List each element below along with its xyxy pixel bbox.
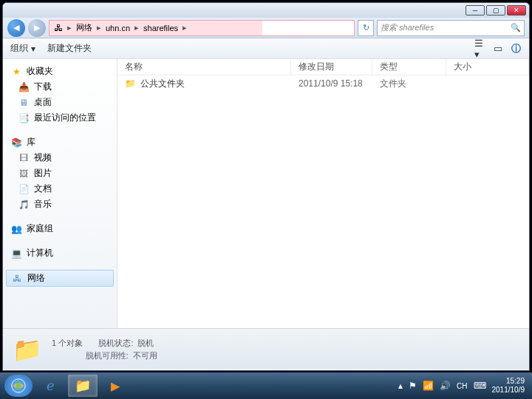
new-folder-button[interactable]: 新建文件夹 <box>47 42 92 55</box>
close-button[interactable]: ✕ <box>507 5 526 16</box>
column-headers: 名称 修改日期 类型 大小 <box>117 59 529 75</box>
breadcrumb-arrow[interactable]: ▸ <box>180 23 190 33</box>
address-bar[interactable]: 🖧 ▸ 网络 ▸ uhn.cn ▸ sharefiles ▸ <box>49 20 355 36</box>
media-icon: ▶ <box>111 379 120 393</box>
sidebar-favorites[interactable]: ★收藏夹 <box>3 64 117 79</box>
breadcrumb-seg-folder[interactable]: sharefiles <box>142 24 180 33</box>
maximize-button[interactable]: ▢ <box>486 5 505 16</box>
file-rows[interactable]: 📁公共文件夹 2011/10/9 15:18 文件夹 <box>117 75 529 328</box>
header-date[interactable]: 修改日期 <box>291 59 372 75</box>
search-input[interactable]: 搜索 sharefiles 🔍 <box>377 20 525 36</box>
view-options-button[interactable]: ☰ ▾ <box>474 43 486 55</box>
tray-ime[interactable]: CH <box>457 382 467 390</box>
tray-time: 15:29 <box>492 377 525 386</box>
organize-button[interactable]: 组织 ▾ <box>10 42 35 55</box>
document-icon: 📄 <box>18 183 30 195</box>
search-placeholder: 搜索 sharefiles <box>381 22 434 33</box>
status-count: 1 个对象 <box>52 338 83 349</box>
preview-pane-button[interactable]: ▭ <box>492 43 504 55</box>
explorer-icon: 📁 <box>75 378 91 394</box>
sidebar-label: 计算机 <box>27 247 53 259</box>
breadcrumb-seg-host[interactable]: uhn.cn <box>104 24 132 33</box>
tray-volume-icon[interactable]: 🔊 <box>440 381 451 391</box>
download-icon: 📥 <box>18 81 30 93</box>
sidebar-desktop[interactable]: 🖥桌面 <box>3 95 117 110</box>
folder-icon: 📁 <box>125 78 136 89</box>
toolbar-right: ☰ ▾ ▭ ⓘ <box>474 43 522 55</box>
titlebar[interactable]: ─ ▢ ✕ <box>3 3 529 18</box>
sidebar-downloads[interactable]: 📥下载 <box>3 79 117 95</box>
sidebar-label: 家庭组 <box>27 222 53 235</box>
breadcrumb-arrow[interactable]: ▸ <box>132 23 142 33</box>
file-type: 文件夹 <box>372 78 446 90</box>
minimize-button[interactable]: ─ <box>466 5 485 16</box>
tray-network-icon[interactable]: 📶 <box>423 381 434 391</box>
sidebar-label: 音乐 <box>34 198 52 211</box>
status-offline-avail-label: 脱机可用性: <box>86 350 129 361</box>
tray-keyboard-icon[interactable]: ⌨ <box>474 381 486 391</box>
start-button[interactable] <box>4 375 33 397</box>
explorer-window: ─ ▢ ✕ ◀ ▶ 🖧 ▸ 网络 ▸ uhn.cn ▸ sharefiles ▸… <box>2 2 530 371</box>
video-icon: 🎞 <box>18 152 30 164</box>
tray-clock[interactable]: 15:29 2011/10/9 <box>492 377 528 395</box>
header-name[interactable]: 名称 <box>117 59 291 75</box>
tray-flag-icon[interactable]: ⚑ <box>409 381 417 391</box>
sidebar-music[interactable]: 🎵音乐 <box>3 197 117 212</box>
ie-icon: ℯ <box>47 378 55 394</box>
search-icon: 🔍 <box>511 23 521 33</box>
main-area: ★收藏夹 📥下载 🖥桌面 📑最近访问的位置 📚库 🎞视频 🖼图片 📄文档 🎵音乐… <box>3 59 529 328</box>
breadcrumb-arrow[interactable]: ▸ <box>64 23 75 33</box>
picture-icon: 🖼 <box>18 168 30 180</box>
forward-button[interactable]: ▶ <box>28 19 46 37</box>
sidebar-computer[interactable]: 💻计算机 <box>3 245 117 261</box>
sidebar-label: 网络 <box>27 272 45 284</box>
taskbar-ie[interactable]: ℯ <box>35 375 65 397</box>
sidebar-label: 图片 <box>34 167 52 180</box>
tray-up-icon[interactable]: ▴ <box>398 381 403 391</box>
status-bar: 📁 1 个对象 脱机状态: 脱机 脱机可用性: 不可用 <box>3 328 529 369</box>
network-icon: 🖧 <box>52 22 64 34</box>
library-icon: 📚 <box>10 137 22 149</box>
sidebar-label: 桌面 <box>34 96 52 109</box>
file-row[interactable]: 📁公共文件夹 2011/10/9 15:18 文件夹 <box>117 75 529 92</box>
taskbar-explorer[interactable]: 📁 <box>68 375 98 397</box>
sidebar-homegroup[interactable]: 👥家庭组 <box>3 221 117 236</box>
window-buttons: ─ ▢ ✕ <box>466 5 526 16</box>
sidebar-network[interactable]: 🖧网络 <box>6 270 114 287</box>
help-button[interactable]: ⓘ <box>510 43 522 55</box>
taskbar: ℯ 📁 ▶ ▴ ⚑ 📶 🔊 CH ⌨ 15:29 2011/10/9 <box>0 372 532 399</box>
tray-date: 2011/10/9 <box>492 386 525 395</box>
sidebar-label: 收藏夹 <box>27 65 53 78</box>
back-button[interactable]: ◀ <box>7 19 25 37</box>
header-type[interactable]: 类型 <box>372 59 446 75</box>
sidebar-label: 下载 <box>34 81 52 93</box>
sidebar-recent[interactable]: 📑最近访问的位置 <box>3 110 117 126</box>
sidebar-videos[interactable]: 🎞视频 <box>3 150 117 166</box>
sidebar-libraries[interactable]: 📚库 <box>3 134 117 150</box>
file-date: 2011/10/9 15:18 <box>291 78 372 89</box>
nav-bar: ◀ ▶ 🖧 ▸ 网络 ▸ uhn.cn ▸ sharefiles ▸ ↻ 搜索 … <box>3 18 529 38</box>
recent-icon: 📑 <box>18 112 30 124</box>
star-icon: ★ <box>10 66 22 78</box>
music-icon: 🎵 <box>18 199 30 211</box>
sidebar-label: 最近访问的位置 <box>34 112 96 124</box>
taskbar-media[interactable]: ▶ <box>100 375 130 397</box>
sidebar-label: 文档 <box>34 183 52 195</box>
sidebar-label: 视频 <box>34 151 52 164</box>
file-list: 名称 修改日期 类型 大小 📁公共文件夹 2011/10/9 15:18 文件夹 <box>117 59 529 328</box>
sidebar-documents[interactable]: 📄文档 <box>3 181 117 197</box>
homegroup-icon: 👥 <box>10 223 22 235</box>
status-offline-state: 脱机 <box>137 338 154 349</box>
sidebar-label: 库 <box>27 136 35 149</box>
new-folder-label: 新建文件夹 <box>47 42 92 55</box>
status-folder-icon: 📁 <box>12 334 43 365</box>
sidebar-pictures[interactable]: 🖼图片 <box>3 166 117 181</box>
chevron-down-icon: ▾ <box>31 44 35 54</box>
breadcrumb-arrow[interactable]: ▸ <box>94 23 104 33</box>
breadcrumb-seg-network[interactable]: 网络 <box>75 22 94 33</box>
network-icon: 🖧 <box>11 273 23 284</box>
header-size[interactable]: 大小 <box>446 59 529 75</box>
computer-icon: 💻 <box>10 248 22 259</box>
status-offline-state-label: 脱机状态: <box>98 338 133 349</box>
refresh-button[interactable]: ↻ <box>358 20 374 36</box>
